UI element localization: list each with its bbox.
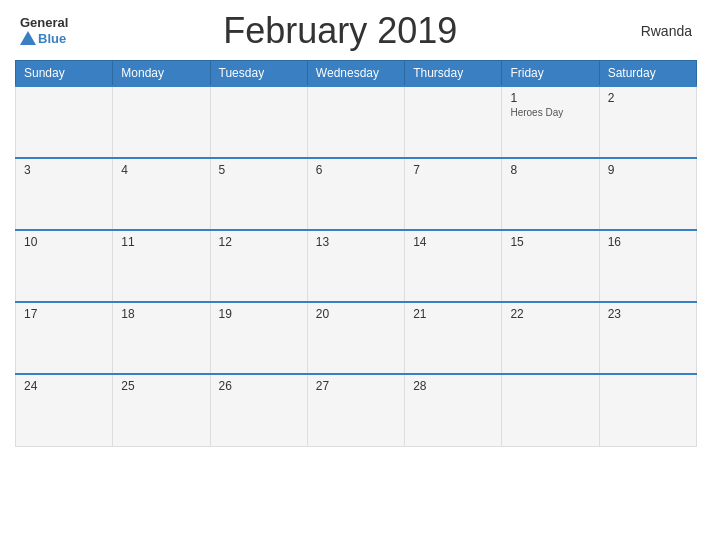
col-friday: Friday bbox=[502, 61, 599, 87]
col-saturday: Saturday bbox=[599, 61, 696, 87]
day-number: 9 bbox=[608, 163, 688, 177]
day-cell-w3-d6: 15 bbox=[502, 230, 599, 302]
day-cell-w2-d3: 5 bbox=[210, 158, 307, 230]
logo: General Blue bbox=[20, 16, 68, 45]
day-cell-w2-d4: 6 bbox=[307, 158, 404, 230]
day-cell-w4-d2: 18 bbox=[113, 302, 210, 374]
day-cell-w1-d1 bbox=[16, 86, 113, 158]
col-sunday: Sunday bbox=[16, 61, 113, 87]
day-number: 20 bbox=[316, 307, 396, 321]
week-row-2: 3456789 bbox=[16, 158, 697, 230]
day-cell-w1-d5 bbox=[405, 86, 502, 158]
col-thursday: Thursday bbox=[405, 61, 502, 87]
day-cell-w4-d5: 21 bbox=[405, 302, 502, 374]
day-cell-w5-d3: 26 bbox=[210, 374, 307, 446]
week-row-5: 2425262728 bbox=[16, 374, 697, 446]
day-number: 21 bbox=[413, 307, 493, 321]
day-number: 26 bbox=[219, 379, 299, 393]
day-cell-w2-d7: 9 bbox=[599, 158, 696, 230]
day-number: 18 bbox=[121, 307, 201, 321]
day-number: 22 bbox=[510, 307, 590, 321]
day-cell-w4-d6: 22 bbox=[502, 302, 599, 374]
day-cell-w1-d4 bbox=[307, 86, 404, 158]
week-row-3: 10111213141516 bbox=[16, 230, 697, 302]
day-number: 27 bbox=[316, 379, 396, 393]
day-cell-w2-d1: 3 bbox=[16, 158, 113, 230]
day-cell-w4-d4: 20 bbox=[307, 302, 404, 374]
day-cell-w4-d1: 17 bbox=[16, 302, 113, 374]
day-cell-w3-d7: 16 bbox=[599, 230, 696, 302]
day-number: 2 bbox=[608, 91, 688, 105]
day-cell-w4-d7: 23 bbox=[599, 302, 696, 374]
day-cell-w1-d3 bbox=[210, 86, 307, 158]
logo-general-text: General bbox=[20, 16, 68, 30]
day-number: 13 bbox=[316, 235, 396, 249]
day-number: 23 bbox=[608, 307, 688, 321]
day-cell-w3-d1: 10 bbox=[16, 230, 113, 302]
day-cell-w1-d6: 1Heroes Day bbox=[502, 86, 599, 158]
holiday-name: Heroes Day bbox=[510, 107, 590, 118]
col-wednesday: Wednesday bbox=[307, 61, 404, 87]
day-number: 16 bbox=[608, 235, 688, 249]
day-number: 25 bbox=[121, 379, 201, 393]
day-cell-w5-d5: 28 bbox=[405, 374, 502, 446]
day-cell-w3-d3: 12 bbox=[210, 230, 307, 302]
day-cell-w3-d4: 13 bbox=[307, 230, 404, 302]
day-number: 17 bbox=[24, 307, 104, 321]
day-cell-w2-d2: 4 bbox=[113, 158, 210, 230]
logo-blue-row: Blue bbox=[20, 31, 66, 46]
week-row-1: 1Heroes Day2 bbox=[16, 86, 697, 158]
day-number: 10 bbox=[24, 235, 104, 249]
day-cell-w5-d1: 24 bbox=[16, 374, 113, 446]
day-number: 24 bbox=[24, 379, 104, 393]
day-cell-w5-d4: 27 bbox=[307, 374, 404, 446]
day-number: 14 bbox=[413, 235, 493, 249]
day-cell-w5-d2: 25 bbox=[113, 374, 210, 446]
logo-triangle-icon bbox=[20, 31, 36, 45]
calendar-header: General Blue February 2019 Rwanda bbox=[15, 10, 697, 52]
day-cell-w5-d7 bbox=[599, 374, 696, 446]
day-number: 5 bbox=[219, 163, 299, 177]
day-number: 3 bbox=[24, 163, 104, 177]
day-cell-w1-d7: 2 bbox=[599, 86, 696, 158]
day-cell-w3-d2: 11 bbox=[113, 230, 210, 302]
day-number: 28 bbox=[413, 379, 493, 393]
day-cell-w1-d2 bbox=[113, 86, 210, 158]
day-cell-w3-d5: 14 bbox=[405, 230, 502, 302]
day-number: 8 bbox=[510, 163, 590, 177]
days-header-row: Sunday Monday Tuesday Wednesday Thursday… bbox=[16, 61, 697, 87]
week-row-4: 17181920212223 bbox=[16, 302, 697, 374]
day-cell-w5-d6 bbox=[502, 374, 599, 446]
day-number: 12 bbox=[219, 235, 299, 249]
country-name: Rwanda bbox=[612, 23, 692, 39]
day-number: 11 bbox=[121, 235, 201, 249]
day-number: 15 bbox=[510, 235, 590, 249]
calendar-table: Sunday Monday Tuesday Wednesday Thursday… bbox=[15, 60, 697, 447]
calendar-container: General Blue February 2019 Rwanda Sunday… bbox=[0, 0, 712, 550]
logo-blue-text: Blue bbox=[38, 31, 66, 46]
day-number: 6 bbox=[316, 163, 396, 177]
day-number: 7 bbox=[413, 163, 493, 177]
day-number: 19 bbox=[219, 307, 299, 321]
day-cell-w4-d3: 19 bbox=[210, 302, 307, 374]
day-cell-w2-d6: 8 bbox=[502, 158, 599, 230]
day-cell-w2-d5: 7 bbox=[405, 158, 502, 230]
day-number: 4 bbox=[121, 163, 201, 177]
day-number: 1 bbox=[510, 91, 590, 105]
calendar-title: February 2019 bbox=[68, 10, 612, 52]
col-tuesday: Tuesday bbox=[210, 61, 307, 87]
col-monday: Monday bbox=[113, 61, 210, 87]
